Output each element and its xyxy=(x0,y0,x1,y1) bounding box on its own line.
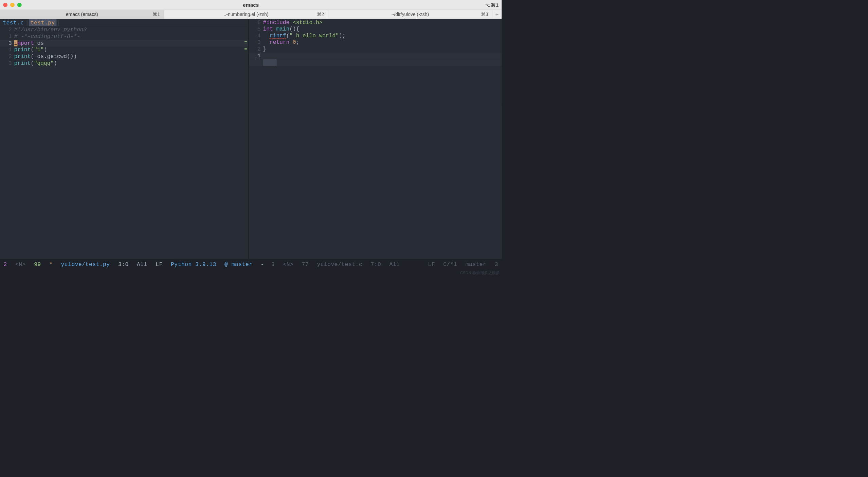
window-title: emacs xyxy=(0,2,502,8)
right-pane[interactable]: 6#include <stdio.h>5int main(){4 rintf("… xyxy=(249,19,502,259)
code-content: #include <stdio.h> xyxy=(263,19,323,26)
line-number xyxy=(249,59,263,66)
code-content: # -*-coding:utf-8-*- xyxy=(14,33,80,40)
window-tab-shortcut: ⌘2 xyxy=(317,12,324,17)
ml-version-control: @ master xyxy=(224,261,252,267)
diff-indicator: = xyxy=(244,40,248,46)
buffer-tab-sep: | xyxy=(56,19,60,26)
line-number: 2 xyxy=(249,46,263,53)
line-number: 4 xyxy=(249,33,263,39)
ml-scroll: All xyxy=(137,261,147,267)
line-number: 1 xyxy=(0,47,14,54)
ml-eol: LF xyxy=(428,261,435,267)
window-tab-label: ..-numbering.el (-zsh) xyxy=(224,12,269,17)
ml-flycheck: 3 xyxy=(495,261,498,267)
ml-buffer-name: yulove/test.c xyxy=(317,261,362,267)
code-line[interactable] xyxy=(249,59,502,66)
code-line[interactable]: 6#include <stdio.h> xyxy=(249,19,502,26)
line-number: 1 xyxy=(249,53,263,59)
code-content: rintf(" h ello world"); xyxy=(263,33,346,39)
buffer-tab-bar: test.c | test.py | xyxy=(0,19,248,26)
window-tab-2[interactable]: ..-numbering.el (-zsh) ⌘2 xyxy=(164,10,328,18)
ml-position: 7:0 xyxy=(370,261,381,267)
ml-major-mode: Python 3.9.13 xyxy=(171,261,216,267)
ml-column: 99 xyxy=(34,261,41,267)
code-line[interactable]: 3import os xyxy=(0,40,248,47)
window-tab-label: emacs (emacs) xyxy=(66,12,98,17)
watermark: CSDN @余很多之很多 xyxy=(0,270,502,275)
mode-line-left[interactable]: 2 <N> 99 * yulove/test.py 3:0 All LF Pyt… xyxy=(0,259,268,270)
code-content: return 0; xyxy=(263,39,300,46)
buffer-tab-sep: | xyxy=(25,19,29,26)
code-line[interactable]: 1print("1") xyxy=(0,47,248,54)
emacs-workspace: test.c | test.py | 2#!/usr/bin/env pytho… xyxy=(0,19,502,259)
code-content: int main(){ xyxy=(263,26,300,33)
ml-flycheck: - xyxy=(261,261,264,267)
window-tab-label: ~/dir/yulove (-zsh) xyxy=(391,12,429,17)
mode-lines: 2 <N> 99 * yulove/test.py 3:0 All LF Pyt… xyxy=(0,259,502,270)
line-number: 5 xyxy=(249,26,263,33)
diff-indicator: = xyxy=(244,46,248,52)
line-number: 6 xyxy=(249,19,263,26)
left-code-area[interactable]: 2#!/usr/bin/env python31# -*-coding:utf-… xyxy=(0,26,248,259)
left-pane[interactable]: test.c | test.py | 2#!/usr/bin/env pytho… xyxy=(0,19,248,259)
ml-position: 3:0 xyxy=(118,261,129,267)
line-number: 2 xyxy=(0,27,14,34)
window-tab-3[interactable]: ~/dir/yulove (-zsh) ⌘3 xyxy=(328,10,492,18)
ml-buffer-name: yulove/test.py xyxy=(61,261,110,267)
terminal-window-tabs: emacs (emacs) ⌘1 ..-numbering.el (-zsh) … xyxy=(0,10,502,19)
ml-column: 77 xyxy=(302,261,309,267)
ml-window-number: 2 xyxy=(3,261,7,267)
ml-major-mode: C/*l xyxy=(443,261,457,267)
code-line[interactable]: 3print("qqqq") xyxy=(0,60,248,67)
code-content: } xyxy=(263,46,267,53)
line-number: 3 xyxy=(249,39,263,46)
mode-line-right[interactable]: 3 <N> 77 yulove/test.c 7:0 All LF C/*l m… xyxy=(268,259,502,270)
code-line[interactable]: 3 return 0; xyxy=(249,39,502,46)
code-content: import os xyxy=(14,40,44,47)
macos-title-bar: emacs ⌥⌘1 xyxy=(0,0,502,10)
line-number: 3 xyxy=(0,60,14,67)
window-tab-shortcut: ⌘3 xyxy=(481,12,488,17)
right-code-area[interactable]: 6#include <stdio.h>5int main(){4 rintf("… xyxy=(249,19,502,259)
ml-modified: * xyxy=(49,261,53,267)
buffer-tab-test-c[interactable]: test.c xyxy=(1,19,25,26)
code-content: #!/usr/bin/env python3 xyxy=(14,27,87,34)
code-line[interactable]: 2} xyxy=(249,46,502,53)
ml-evil-state: <N> xyxy=(283,261,293,267)
ml-eol: LF xyxy=(156,261,163,267)
code-content: print("qqqq") xyxy=(14,60,57,67)
line-number: 1 xyxy=(0,33,14,40)
line-number: 3 xyxy=(0,40,14,47)
region-highlight xyxy=(263,59,277,66)
code-line[interactable]: 5int main(){ xyxy=(249,26,502,33)
code-line[interactable]: 2#!/usr/bin/env python3 xyxy=(0,27,248,34)
code-content: print( os.getcwd()) xyxy=(14,53,77,60)
ml-evil-state: <N> xyxy=(15,261,26,267)
add-tab-button[interactable]: + xyxy=(492,10,502,18)
ml-scroll: All xyxy=(390,261,400,267)
code-line[interactable]: 1# -*-coding:utf-8-*- xyxy=(0,33,248,40)
code-line[interactable]: 4 rintf(" h ello world"); xyxy=(249,33,502,39)
line-number: 2 xyxy=(0,53,14,60)
text-cursor: i xyxy=(14,40,18,46)
ml-version-control: master xyxy=(466,261,487,267)
buffer-tab-test-py[interactable]: test.py xyxy=(29,19,57,26)
ml-window-number: 3 xyxy=(271,261,275,267)
code-line[interactable]: 1 xyxy=(249,53,502,59)
window-tab-1[interactable]: emacs (emacs) ⌘1 xyxy=(0,10,164,18)
code-content: print("1") xyxy=(14,47,47,54)
code-line[interactable]: 2print( os.getcwd()) xyxy=(0,53,248,60)
window-tab-shortcut: ⌘1 xyxy=(152,12,160,17)
